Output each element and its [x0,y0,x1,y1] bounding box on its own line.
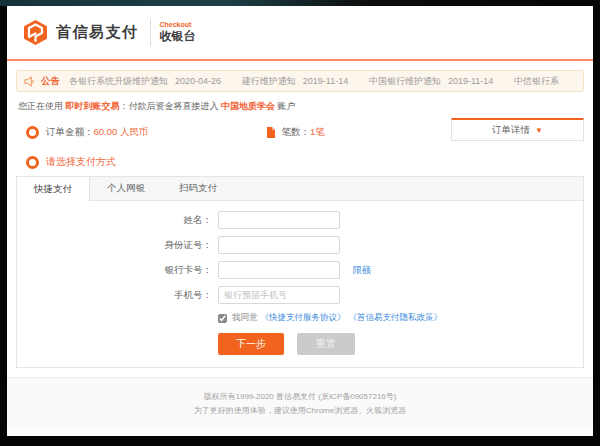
announcement-bar: 公告 各银行系统升级维护通知2020-04-26 建行维护通知2019-11-1… [16,70,584,92]
id-number-label: 身份证号： [17,239,212,252]
order-amount-value: 60.00 人民币 [94,126,149,139]
tab-scan-pay[interactable]: 扫码支付 [162,177,234,200]
order-count-group: 笔数： 1笔 [266,126,324,139]
agreement-checkbox[interactable] [218,314,227,323]
browser-suggestion-line: 为了更好的使用体验，建议使用Chrome浏览器、火狐浏览器 [194,405,406,416]
announcement-item[interactable]: 中信银行系 [514,75,559,88]
service-agreement-link[interactable]: 《快捷支付服务协议》 [261,312,346,324]
tab-personal-ebank[interactable]: 个人网银 [90,177,162,200]
id-number-input[interactable] [218,236,340,254]
document-icon [266,127,275,138]
transaction-type: 即时到账交易 [66,101,120,111]
usage-prefix: 您正在使用 [18,101,66,111]
form-row-id-number: 身份证号： [17,236,583,254]
brand-name: 首信易支付 [56,23,139,42]
page-footer: 版权所有1999-2020 首信易支付 (京ICP备09057216号) 为了更… [7,377,593,429]
name-label: 姓名： [17,214,212,227]
order-amount-label: 订单金额： [46,126,94,139]
announcement-label: 公告 [41,75,60,88]
megaphone-icon [24,76,35,87]
reset-button[interactable]: 重置 [297,333,355,355]
privacy-policy-link[interactable]: 《首信易支付隐私政策》 [349,312,443,324]
merchant-name: 中国地质学会 [221,101,275,111]
checkout-title-en: Checkout [160,21,196,30]
form-row-card-number: 银行卡号： 限额 [17,261,583,279]
announcement-ticker: 各银行系统升级维护通知2020-04-26 建行维护通知2019-11-14 中… [69,75,573,88]
payment-panel: 快捷支付 个人网银 扫码支付 姓名： 身份证号： 银行卡号： 限额 [16,176,584,368]
order-details-button[interactable]: 订单详情 ▼ [451,118,584,141]
header: 首信易支付 Checkout 收银台 [7,6,593,61]
agreement-row: 我同意 《快捷支付服务协议》 《首信易支付隐私政策》 [218,312,583,324]
name-input[interactable] [218,211,340,229]
header-divider [150,19,151,46]
quick-pay-form: 姓名： 身份证号： 银行卡号： 限额 手机号： [17,201,583,355]
method-ring-icon [26,156,39,169]
form-row-name: 姓名： [17,211,583,229]
phone-input[interactable] [218,286,340,304]
select-method-row: 请选择支付方式 [16,155,584,169]
announcement-item[interactable]: 各银行系统升级维护通知2020-04-26 [69,75,221,88]
card-number-label: 银行卡号： [17,264,212,277]
form-row-phone: 手机号： [17,286,583,304]
order-count-label: 笔数： [281,126,310,139]
main-content: 公告 各银行系统升级维护通知2020-04-26 建行维护通知2019-11-1… [7,70,593,368]
checkout-title: Checkout 收银台 [160,21,196,45]
select-method-label: 请选择支付方式 [46,155,116,169]
copyright-line: 版权所有1999-2020 首信易支付 (京ICP备09057216号) [204,391,397,402]
checkout-page: 首信易支付 Checkout 收银台 公告 各银行系统升级维护通知2020-04… [7,6,593,436]
usage-suffix: 账户 [275,101,296,111]
order-count-value: 1笔 [310,126,325,139]
brand-logo-icon [22,19,49,46]
card-number-input[interactable] [218,261,340,279]
agreement-text: 我同意 [232,312,258,324]
tab-quick-pay[interactable]: 快捷支付 [17,177,90,201]
limit-link[interactable]: 限额 [353,264,371,277]
phone-label: 手机号： [17,289,212,302]
order-summary-bar: 订单金额： 60.00 人民币 笔数： 1笔 订单详情 ▼ [16,120,584,144]
amount-ring-icon [26,126,39,139]
chevron-down-icon: ▼ [535,126,543,135]
announcement-item[interactable]: 建行维护通知2019-11-14 [242,75,348,88]
payment-tabs: 快捷支付 个人网银 扫码支付 [17,177,583,201]
announcement-item[interactable]: 中国银行维护通知2019-11-14 [369,75,493,88]
next-step-button[interactable]: 下一步 [218,333,284,355]
checkout-title-cn: 收银台 [160,29,196,44]
transaction-info-line: 您正在使用 即时到账交易：付款后资金将直接进入 中国地质学会 账户 [16,100,584,113]
form-buttons: 下一步 重置 [218,333,583,355]
usage-middle: ：付款后资金将直接进入 [120,101,222,111]
